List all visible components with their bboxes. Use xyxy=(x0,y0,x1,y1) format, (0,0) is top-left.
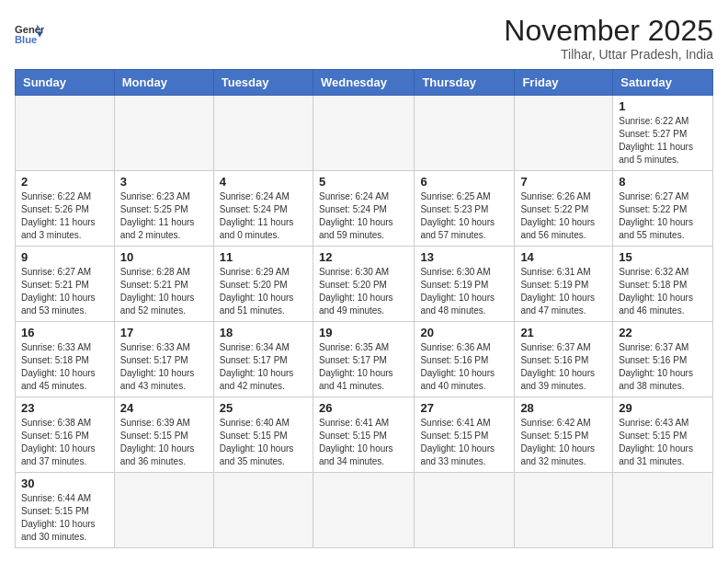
day-number: 28 xyxy=(520,401,607,415)
calendar-day-cell: 25Sunrise: 6:40 AM Sunset: 5:15 PM Dayli… xyxy=(213,397,313,473)
day-number: 11 xyxy=(220,250,307,264)
day-number: 30 xyxy=(21,477,108,490)
calendar-day-cell: 16Sunrise: 6:33 AM Sunset: 5:18 PM Dayli… xyxy=(16,322,115,397)
day-info: Sunrise: 6:24 AM Sunset: 5:24 PM Dayligh… xyxy=(319,190,408,242)
day-info: Sunrise: 6:41 AM Sunset: 5:15 PM Dayligh… xyxy=(319,417,408,468)
day-number: 10 xyxy=(120,250,208,264)
calendar-week-row: 23Sunrise: 6:38 AM Sunset: 5:16 PM Dayli… xyxy=(16,397,713,473)
day-info: Sunrise: 6:30 AM Sunset: 5:19 PM Dayligh… xyxy=(420,266,508,317)
day-number: 16 xyxy=(21,326,108,339)
day-info: Sunrise: 6:23 AM Sunset: 5:25 PM Dayligh… xyxy=(120,190,208,242)
calendar-day-cell: 26Sunrise: 6:41 AM Sunset: 5:15 PM Dayli… xyxy=(313,397,414,473)
day-info: Sunrise: 6:36 AM Sunset: 5:16 PM Dayligh… xyxy=(420,341,508,393)
day-info: Sunrise: 6:27 AM Sunset: 5:21 PM Dayligh… xyxy=(21,266,108,317)
day-info: Sunrise: 6:32 AM Sunset: 5:18 PM Dayligh… xyxy=(619,266,707,317)
day-number: 4 xyxy=(220,175,307,189)
day-number: 1 xyxy=(619,99,707,113)
day-number: 29 xyxy=(619,401,707,415)
day-info: Sunrise: 6:26 AM Sunset: 5:22 PM Dayligh… xyxy=(520,190,607,242)
day-number: 9 xyxy=(21,250,108,264)
calendar-week-row: 30Sunrise: 6:44 AM Sunset: 5:15 PM Dayli… xyxy=(16,473,713,548)
day-number: 20 xyxy=(420,326,508,339)
day-number: 13 xyxy=(420,250,508,264)
day-info: Sunrise: 6:37 AM Sunset: 5:16 PM Dayligh… xyxy=(520,341,607,393)
calendar-header-sunday: Sunday xyxy=(16,70,115,96)
month-title: November 2025 xyxy=(504,15,713,47)
calendar-day-cell xyxy=(114,473,213,548)
calendar-week-row: 2Sunrise: 6:22 AM Sunset: 5:26 PM Daylig… xyxy=(16,171,713,247)
calendar-header-saturday: Saturday xyxy=(613,70,713,96)
day-number: 27 xyxy=(420,401,508,415)
day-number: 5 xyxy=(319,175,408,189)
calendar-day-cell xyxy=(213,473,313,548)
logo: General Blue xyxy=(15,18,44,48)
day-number: 8 xyxy=(619,175,707,189)
calendar-day-cell xyxy=(114,96,213,171)
location-subtitle: Tilhar, Uttar Pradesh, India xyxy=(504,47,713,62)
day-number: 17 xyxy=(120,326,208,339)
day-number: 19 xyxy=(319,326,408,339)
day-info: Sunrise: 6:22 AM Sunset: 5:26 PM Dayligh… xyxy=(21,190,108,242)
day-number: 26 xyxy=(319,401,408,415)
calendar-day-cell: 20Sunrise: 6:36 AM Sunset: 5:16 PM Dayli… xyxy=(415,322,515,397)
calendar-day-cell: 2Sunrise: 6:22 AM Sunset: 5:26 PM Daylig… xyxy=(16,171,115,247)
day-info: Sunrise: 6:27 AM Sunset: 5:22 PM Dayligh… xyxy=(619,190,707,242)
day-number: 23 xyxy=(21,401,108,415)
day-info: Sunrise: 6:29 AM Sunset: 5:20 PM Dayligh… xyxy=(220,266,307,317)
calendar-week-row: 1Sunrise: 6:22 AM Sunset: 5:27 PM Daylig… xyxy=(16,96,713,171)
title-area: November 2025 Tilhar, Uttar Pradesh, Ind… xyxy=(504,15,713,62)
calendar-day-cell: 17Sunrise: 6:33 AM Sunset: 5:17 PM Dayli… xyxy=(114,322,213,397)
day-number: 7 xyxy=(520,175,607,189)
calendar-day-cell xyxy=(313,473,414,548)
calendar-day-cell: 18Sunrise: 6:34 AM Sunset: 5:17 PM Dayli… xyxy=(213,322,313,397)
calendar-day-cell: 24Sunrise: 6:39 AM Sunset: 5:15 PM Dayli… xyxy=(114,397,213,473)
calendar-day-cell: 13Sunrise: 6:30 AM Sunset: 5:19 PM Dayli… xyxy=(415,247,515,322)
calendar-header-row: SundayMondayTuesdayWednesdayThursdayFrid… xyxy=(16,70,713,96)
calendar-day-cell: 12Sunrise: 6:30 AM Sunset: 5:20 PM Dayli… xyxy=(313,247,414,322)
day-info: Sunrise: 6:39 AM Sunset: 5:15 PM Dayligh… xyxy=(120,417,208,468)
day-number: 24 xyxy=(120,401,208,415)
calendar-header-tuesday: Tuesday xyxy=(213,70,313,96)
calendar-day-cell: 7Sunrise: 6:26 AM Sunset: 5:22 PM Daylig… xyxy=(515,171,613,247)
calendar-day-cell xyxy=(415,96,515,171)
day-info: Sunrise: 6:30 AM Sunset: 5:20 PM Dayligh… xyxy=(319,266,408,317)
day-info: Sunrise: 6:41 AM Sunset: 5:15 PM Dayligh… xyxy=(420,417,508,468)
day-info: Sunrise: 6:28 AM Sunset: 5:21 PM Dayligh… xyxy=(120,266,208,317)
day-number: 22 xyxy=(619,326,707,339)
day-number: 14 xyxy=(520,250,607,264)
day-number: 21 xyxy=(520,326,607,339)
calendar-day-cell: 1Sunrise: 6:22 AM Sunset: 5:27 PM Daylig… xyxy=(613,96,713,171)
day-number: 3 xyxy=(120,175,208,189)
calendar-header-friday: Friday xyxy=(515,70,613,96)
day-info: Sunrise: 6:38 AM Sunset: 5:16 PM Dayligh… xyxy=(21,417,108,468)
calendar-day-cell xyxy=(213,96,313,171)
calendar-day-cell: 29Sunrise: 6:43 AM Sunset: 5:15 PM Dayli… xyxy=(613,397,713,473)
calendar-day-cell xyxy=(313,96,414,171)
day-info: Sunrise: 6:33 AM Sunset: 5:17 PM Dayligh… xyxy=(120,341,208,393)
day-info: Sunrise: 6:35 AM Sunset: 5:17 PM Dayligh… xyxy=(319,341,408,393)
calendar-day-cell xyxy=(415,473,515,548)
calendar-day-cell: 5Sunrise: 6:24 AM Sunset: 5:24 PM Daylig… xyxy=(313,171,414,247)
calendar-day-cell: 6Sunrise: 6:25 AM Sunset: 5:23 PM Daylig… xyxy=(415,171,515,247)
calendar-header-wednesday: Wednesday xyxy=(313,70,414,96)
day-number: 6 xyxy=(420,175,508,189)
calendar-day-cell: 8Sunrise: 6:27 AM Sunset: 5:22 PM Daylig… xyxy=(613,171,713,247)
calendar-day-cell xyxy=(613,473,713,548)
day-number: 15 xyxy=(619,250,707,264)
calendar-day-cell: 21Sunrise: 6:37 AM Sunset: 5:16 PM Dayli… xyxy=(515,322,613,397)
calendar-day-cell: 22Sunrise: 6:37 AM Sunset: 5:16 PM Dayli… xyxy=(613,322,713,397)
calendar-header-thursday: Thursday xyxy=(415,70,515,96)
page-header: General Blue November 2025 Tilhar, Uttar… xyxy=(15,15,713,62)
day-info: Sunrise: 6:22 AM Sunset: 5:27 PM Dayligh… xyxy=(619,115,707,167)
day-info: Sunrise: 6:40 AM Sunset: 5:15 PM Dayligh… xyxy=(220,417,307,468)
calendar-day-cell: 27Sunrise: 6:41 AM Sunset: 5:15 PM Dayli… xyxy=(415,397,515,473)
day-number: 2 xyxy=(21,175,108,189)
day-info: Sunrise: 6:42 AM Sunset: 5:15 PM Dayligh… xyxy=(520,417,607,468)
day-info: Sunrise: 6:33 AM Sunset: 5:18 PM Dayligh… xyxy=(21,341,108,393)
calendar-day-cell xyxy=(515,473,613,548)
day-number: 18 xyxy=(220,326,307,339)
day-info: Sunrise: 6:34 AM Sunset: 5:17 PM Dayligh… xyxy=(220,341,307,393)
day-info: Sunrise: 6:37 AM Sunset: 5:16 PM Dayligh… xyxy=(619,341,707,393)
day-info: Sunrise: 6:24 AM Sunset: 5:24 PM Dayligh… xyxy=(220,190,307,242)
calendar-day-cell: 23Sunrise: 6:38 AM Sunset: 5:16 PM Dayli… xyxy=(16,397,115,473)
